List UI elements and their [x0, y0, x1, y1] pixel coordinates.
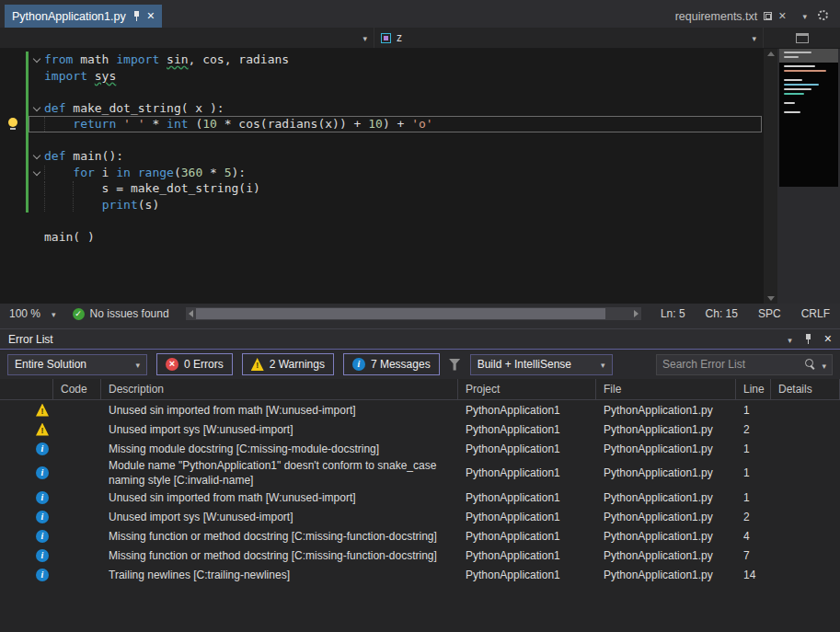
token: from: [44, 52, 73, 66]
code-line[interactable]: return ' ' * int (10 * cos(radians(x)) +…: [0, 116, 764, 132]
lightbulb-icon[interactable]: [8, 118, 17, 127]
tab-pythonapplication1[interactable]: PythonApplication1.py: [5, 5, 162, 28]
horizontal-scrollbar[interactable]: [186, 307, 641, 320]
code-line-content: from math import sin, cos, radians: [29, 52, 762, 68]
editor-status-bar: 100 % No issues found Ln: 5 Ch: 15 SPC C…: [0, 304, 840, 324]
code-line[interactable]: def make_dot_string( x ):: [0, 100, 764, 117]
column-file[interactable]: File: [596, 379, 736, 399]
scroll-down-icon[interactable]: [767, 296, 775, 301]
error-row[interactable]: Unused import sys [W:unused-import]Pytho…: [0, 507, 840, 526]
token: [87, 69, 95, 83]
line-indicator: Ln: 5: [650, 307, 696, 320]
code-line[interactable]: def main():: [0, 148, 764, 165]
code-area[interactable]: from math import sin, cos, radiansimport…: [0, 49, 764, 304]
close-icon[interactable]: [778, 10, 786, 23]
scroll-up-icon[interactable]: [767, 52, 775, 56]
messages-filter-button[interactable]: 7 Messages: [343, 353, 440, 375]
code-line[interactable]: [0, 132, 764, 149]
column-details[interactable]: Details: [771, 379, 840, 399]
code-line[interactable]: for i in range(360 * 5):: [0, 165, 764, 181]
glyph-margin: [0, 84, 26, 100]
code-editor[interactable]: from math import sin, cos, radiansimport…: [0, 49, 840, 304]
gear-icon[interactable]: [818, 10, 828, 20]
member-dropdown[interactable]: z: [374, 28, 764, 48]
search-input[interactable]: [662, 358, 800, 371]
minimap-line: [784, 107, 838, 109]
project-cell: PythonApplication1: [458, 548, 596, 563]
split-editor-icon[interactable]: [796, 33, 809, 43]
chevron-down-icon[interactable]: [788, 333, 792, 346]
token: *: [202, 166, 224, 179]
search-icon[interactable]: [805, 359, 816, 370]
error-row[interactable]: Trailing newlines [C:trailing-newlines]P…: [0, 565, 840, 584]
error-row[interactable]: Missing function or method docstring [C:…: [0, 526, 840, 546]
code-line[interactable]: print(s): [0, 197, 764, 213]
line-cell: 2: [736, 510, 771, 524]
code-line[interactable]: import sys: [0, 68, 764, 85]
scroll-left-icon[interactable]: [189, 310, 193, 317]
source-dropdown[interactable]: Build + IntelliSense: [470, 354, 613, 375]
pin-icon[interactable]: [804, 333, 812, 345]
code-line-content: main( ): [29, 229, 762, 246]
error-row[interactable]: Missing function or method docstring [C:…: [0, 546, 840, 565]
filter-icon[interactable]: [449, 359, 461, 371]
zoom-selector[interactable]: 100 %: [0, 307, 65, 320]
column-project[interactable]: Project: [458, 379, 596, 399]
code-line[interactable]: from math import sin, cos, radians: [0, 52, 764, 68]
search-error-list[interactable]: [656, 354, 833, 375]
token: i: [95, 166, 116, 179]
description-cell: Missing function or method docstring [C:…: [101, 548, 458, 563]
scrollbar-thumb[interactable]: [196, 308, 605, 319]
code-line[interactable]: s = make_dot_string(i): [0, 180, 764, 197]
code-line[interactable]: [0, 84, 764, 100]
fold-chevron-icon[interactable]: [29, 101, 44, 116]
issues-indicator[interactable]: No issues found: [65, 307, 177, 320]
column-line[interactable]: Line: [736, 379, 771, 399]
error-row[interactable]: Module name "PythonApplication1" doesn't…: [0, 458, 840, 488]
description-cell: Unused sin imported from math [W:unused-…: [101, 490, 458, 505]
error-icon: [166, 358, 178, 371]
indent-mode[interactable]: SPC: [748, 307, 791, 320]
minimap[interactable]: [777, 49, 840, 304]
chevron-down-icon[interactable]: [822, 356, 826, 373]
keep-open-icon[interactable]: [764, 12, 772, 20]
eol-mode[interactable]: CRLF: [791, 307, 840, 320]
error-list-titlebar[interactable]: Error List: [0, 329, 840, 350]
chevron-down-icon[interactable]: [802, 6, 807, 23]
token: import: [44, 69, 87, 83]
scrollbar-track[interactable]: [196, 307, 631, 320]
fold-chevron-icon[interactable]: [29, 52, 44, 67]
project-scope-dropdown[interactable]: [0, 28, 374, 48]
error-row[interactable]: Unused sin imported from math [W:unused-…: [0, 488, 840, 507]
error-row[interactable]: Missing module docstring [C:missing-modu…: [0, 439, 840, 458]
errors-filter-button[interactable]: 0 Errors: [156, 353, 233, 375]
glyph-margin: [0, 245, 26, 261]
pin-icon[interactable]: [132, 10, 141, 22]
minimap-viewport[interactable]: [779, 49, 838, 63]
fold-chevron-icon[interactable]: [29, 149, 44, 164]
column-severity[interactable]: [0, 379, 53, 399]
minimap-line: [784, 75, 838, 76]
fold-chevron-icon[interactable]: [29, 166, 44, 180]
vertical-scrollbar[interactable]: [764, 49, 777, 304]
code-line-content: [29, 245, 762, 261]
chevron-down-icon: [362, 31, 367, 44]
column-description[interactable]: Description: [101, 379, 458, 399]
glyph-margin: [0, 213, 26, 229]
code-text: def make_dot_string( x ):: [44, 101, 224, 116]
file-cell: PythonApplication1.py: [596, 529, 736, 544]
scope-dropdown[interactable]: Entire Solution: [7, 354, 147, 375]
code-line[interactable]: [0, 245, 764, 261]
code-text: s = make_dot_string(i): [44, 181, 260, 196]
error-row[interactable]: Unused sin imported from math [W:unused-…: [0, 400, 840, 419]
tab-requirements[interactable]: requirements.txt: [668, 5, 794, 28]
scroll-right-icon[interactable]: [634, 310, 639, 317]
close-icon[interactable]: [147, 10, 155, 23]
error-row[interactable]: Unused import sys [W:unused-import]Pytho…: [0, 419, 840, 439]
code-line[interactable]: main( ): [0, 229, 764, 246]
warnings-filter-button[interactable]: 2 Warnings: [242, 353, 334, 375]
column-code[interactable]: Code: [53, 379, 101, 399]
close-icon[interactable]: [824, 333, 832, 346]
description-cell: Unused import sys [W:unused-import]: [101, 510, 458, 524]
code-line[interactable]: [0, 213, 764, 229]
